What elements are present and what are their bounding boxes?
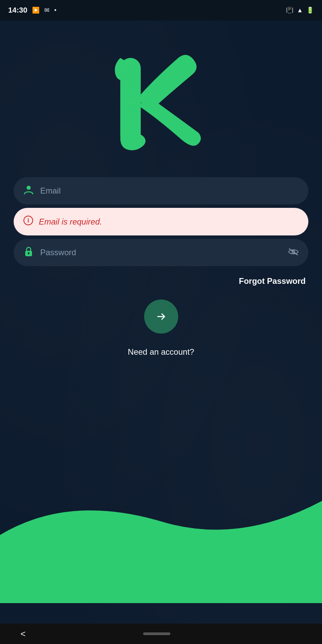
mail-icon: ✉ xyxy=(44,6,49,14)
vibrate-icon: 📳 xyxy=(286,6,293,14)
email-error-text: Email is required. xyxy=(39,217,102,227)
status-left: 14:30 ▶️ ✉ • xyxy=(8,6,57,15)
error-info-icon: i xyxy=(23,215,33,228)
login-form: i Email is required. xyxy=(0,177,322,367)
svg-text:i: i xyxy=(27,217,29,224)
bottom-wave xyxy=(0,467,322,603)
main-content: i Email is required. xyxy=(0,20,322,624)
app-logo xyxy=(110,48,212,157)
password-input[interactable] xyxy=(40,248,288,257)
toggle-password-icon[interactable] xyxy=(288,247,299,258)
arrow-right-icon xyxy=(155,310,167,323)
submit-area xyxy=(14,300,308,334)
status-bar: 14:30 ▶️ ✉ • 📳 ▲ 🔋 xyxy=(0,0,322,20)
svg-rect-6 xyxy=(28,253,29,255)
dot-icon: • xyxy=(54,7,56,14)
forgot-password-link[interactable]: Forgot Password xyxy=(239,276,306,286)
wifi-icon: ▲ xyxy=(297,7,303,14)
battery-icon: 🔋 xyxy=(306,6,314,14)
svg-point-1 xyxy=(27,186,31,190)
forgot-password-area: Forgot Password xyxy=(14,270,308,296)
email-input-container xyxy=(14,177,308,204)
camera-icon: ▶️ xyxy=(32,6,40,14)
bottom-nav-bar: < xyxy=(0,624,322,644)
email-input[interactable] xyxy=(40,186,299,196)
need-account-text[interactable]: Need an account? xyxy=(14,347,308,367)
status-time: 14:30 xyxy=(8,6,27,15)
status-right-icons: 📳 ▲ 🔋 xyxy=(286,6,314,14)
email-error-container: i Email is required. xyxy=(14,208,308,235)
logo-area xyxy=(110,20,212,177)
home-indicator[interactable] xyxy=(143,632,170,635)
login-submit-button[interactable] xyxy=(144,300,178,334)
user-icon xyxy=(23,184,34,198)
lock-icon xyxy=(23,246,34,259)
password-input-container xyxy=(14,239,308,266)
back-button[interactable]: < xyxy=(20,629,26,639)
